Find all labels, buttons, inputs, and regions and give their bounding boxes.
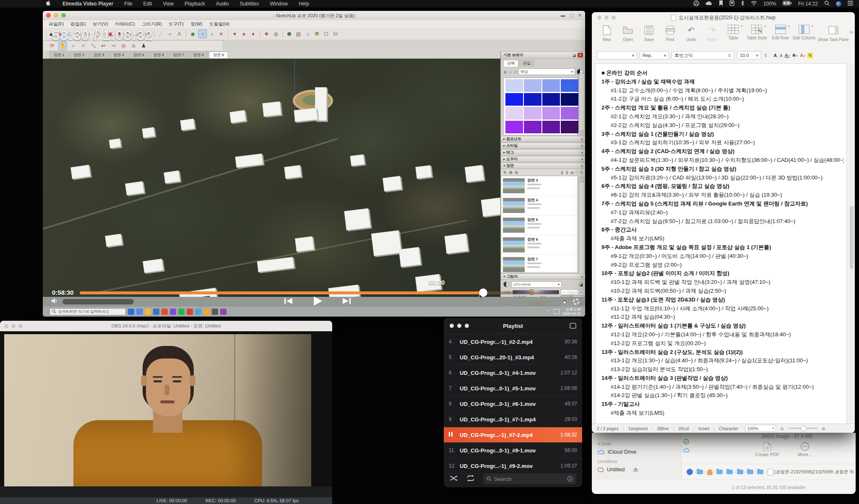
close-button[interactable]: [450, 324, 454, 328]
scenes-view-icon[interactable]: ❮: [561, 171, 564, 174]
color-swatch[interactable]: [505, 121, 523, 133]
tray-section-태그[interactable]: ▸ 태그▾: [501, 149, 585, 156]
cloud-icon[interactable]: [705, 1, 713, 7]
scene-tab-2[interactable]: 장면 2: [70, 52, 89, 58]
zoom-dropdown[interactable]: 100%▾: [745, 425, 776, 432]
tray-section-scenes[interactable]: ▾ 장면▾: [501, 163, 585, 169]
sketchup-tool-icon[interactable]: ♥: [231, 30, 239, 38]
section-menu-icon[interactable]: ▾: [581, 164, 583, 168]
sketchup-tool-icon[interactable]: ◉: [189, 30, 197, 38]
minimize-button[interactable]: [604, 16, 609, 20]
font-color-button[interactable]: A▾: [800, 53, 805, 58]
tray-icon[interactable]: [554, 309, 560, 314]
sketchup-menu-item[interactable]: 도움말(H): [209, 21, 229, 27]
menu-item-file[interactable]: File: [124, 1, 132, 7]
keyboard-brightness-icon[interactable]: [729, 0, 734, 7]
playlist-panel-icon[interactable]: [570, 323, 576, 330]
scenes-scrollbar[interactable]: [579, 182, 585, 279]
sketchup-tool-icon[interactable]: ⬠: [322, 30, 330, 38]
sketchup-tool-icon[interactable]: ⬢: [285, 30, 293, 38]
sketchup-tool-icon[interactable]: ⌂: [304, 30, 312, 38]
scene-tab-6[interactable]: 장면 6: [149, 52, 169, 58]
path-file-name[interactable]: [권형준-21925998]21925998 권형준 최: [774, 469, 854, 475]
seek-bar[interactable]: [80, 291, 558, 294]
scenes-view-icon[interactable]: ▤: [570, 171, 574, 174]
shuffle-icon[interactable]: [450, 475, 458, 483]
zoom-slider[interactable]: [788, 428, 817, 429]
previous-track-button[interactable]: [284, 297, 293, 307]
sketchup-menu-item[interactable]: 창(W): [190, 21, 203, 27]
sketchup-tool-icon[interactable]: ◍: [272, 30, 280, 38]
hwp-toolbar-table[interactable]: Table▾: [723, 25, 743, 28]
menu-item-playback[interactable]: Playback: [185, 1, 205, 7]
materials-category-dropdown[interactable]: 색상▾: [518, 68, 575, 75]
hwp-toolbar-redo[interactable]: ↷Redo: [702, 25, 722, 42]
tray-section-도우미[interactable]: ▸ 도우미▾: [501, 156, 585, 162]
playlist-row[interactable]: 4UD_CG-Progr...-1)_#2-2.mp430:36: [444, 334, 582, 350]
play-button[interactable]: [312, 296, 323, 308]
taskbar-app-icon[interactable]: [220, 309, 226, 315]
hwp-toolbar-open[interactable]: Open: [618, 25, 638, 42]
toolbar-overflow-chevron[interactable]: »: [850, 25, 853, 35]
zoom-out-icon[interactable]: ⊖: [780, 426, 784, 431]
obs-title-bar[interactable]: OBS 24.0.6 (mac) - 프로파일: Untitled - 장면: …: [0, 321, 332, 331]
color-swatch[interactable]: [542, 93, 560, 106]
playlist-title-bar[interactable]: Playlist: [444, 318, 582, 334]
close-button[interactable]: [46, 13, 51, 18]
underline-button[interactable]: A▾: [785, 53, 789, 58]
remove-scene-icon[interactable]: ⊖: [515, 170, 518, 175]
section-menu-icon[interactable]: ▾: [581, 144, 583, 148]
playlist-row[interactable]: 6UD_CG-Progr...0-1)_#4-1.mov1:07:12: [444, 365, 582, 381]
zoom-button[interactable]: [465, 324, 469, 328]
bluetooth-icon[interactable]: [741, 0, 744, 7]
scene-tab-9[interactable]: 장면 9: [209, 52, 228, 58]
hwp-toolbar-save[interactable]: Save: [639, 25, 659, 42]
section-menu-icon[interactable]: ▾: [581, 137, 583, 141]
color-swatch[interactable]: [542, 79, 560, 92]
taskbar-app-icon[interactable]: [128, 309, 134, 315]
menu-item-help[interactable]: Help: [299, 1, 309, 7]
scene-list-item[interactable]: 장면 6: [501, 235, 578, 255]
sketchup-tool-icon[interactable]: ◑: [198, 29, 207, 38]
minimize-button[interactable]: [457, 324, 461, 328]
materials-tab-선택[interactable]: 선택: [503, 60, 518, 67]
style-dropdown[interactable]: ▾: [597, 51, 637, 60]
forward-arrow-icon[interactable]: ◈: [508, 69, 512, 75]
hwp-toolbar-new[interactable]: New: [597, 25, 617, 42]
tray-close-icon[interactable]: ✕: [578, 53, 583, 57]
color-swatch[interactable]: [524, 121, 541, 133]
home-icon[interactable]: ⌂: [514, 69, 517, 74]
taskbar-app-icon[interactable]: [153, 309, 159, 315]
hwp-toolbar-show-task-pane[interactable]: Show Task Pane: [817, 25, 849, 42]
italic-button[interactable]: A: [779, 53, 782, 58]
windows-search-box[interactable]: 검색하려면 여기에 입력하세요: [49, 308, 126, 315]
scene-tab-5[interactable]: 장면 5: [129, 52, 148, 58]
sketchup-menu-item[interactable]: 그리기(R): [142, 21, 162, 27]
playlist-search-input[interactable]: Search: [483, 474, 576, 484]
obs-webcam-preview[interactable]: [4, 334, 311, 486]
bold-button[interactable]: A: [773, 53, 777, 58]
home-icon[interactable]: [707, 469, 713, 475]
effects-button[interactable]: ✱▾: [792, 53, 797, 58]
folder-icon[interactable]: [726, 470, 733, 474]
menu-item-subtitles[interactable]: Subtitles: [239, 1, 259, 7]
zoom-button[interactable]: [18, 324, 23, 328]
color-swatch[interactable]: [542, 107, 560, 120]
apple-icon[interactable]: [46, 0, 52, 8]
taskbar-app-icon[interactable]: [170, 309, 176, 315]
color-swatch[interactable]: [505, 107, 523, 120]
menu-item-edit[interactable]: Edit: [143, 1, 152, 7]
swatch-scrollbar[interactable]: [579, 73, 585, 131]
section-menu-icon[interactable]: ▾: [581, 151, 583, 155]
color-swatch[interactable]: [561, 93, 578, 106]
sketchup-menu-item[interactable]: 카메라(C): [115, 21, 135, 27]
scenes-view-icon[interactable]: ↻: [580, 171, 583, 174]
playlist-row[interactable]: 7UD_CG-Progr...0-1)_#5-1.mov1:06:06: [444, 381, 582, 396]
sketchup-menu-item[interactable]: 편집(E): [70, 21, 86, 27]
scenes-view-icon[interactable]: ❯: [565, 171, 568, 174]
menu-item-window[interactable]: Window: [270, 1, 288, 7]
menu-clock[interactable]: Fri 14:22: [798, 1, 818, 7]
hwp-toolbar-table-style[interactable]: ✎Table Style▾: [744, 25, 770, 28]
tray-section-shadows[interactable]: ▾ 그림자▾: [501, 273, 585, 280]
taskbar-app-icon[interactable]: [187, 309, 193, 315]
